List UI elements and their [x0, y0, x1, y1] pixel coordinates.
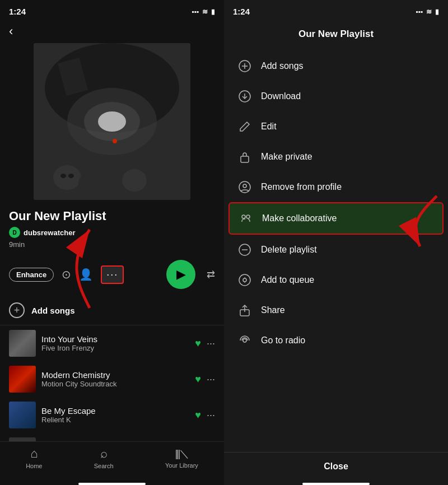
download-menu-icon: [237, 89, 252, 104]
track-item[interactable]: Be My Escape Relient K ♥ ···: [0, 397, 224, 433]
menu-item-make-private[interactable]: Make private: [224, 142, 448, 172]
nav-search[interactable]: ⌕ Search: [94, 446, 114, 469]
add-to-queue-icon: [237, 273, 252, 287]
track-item[interactable]: Into Your Veins Five Iron Frenzy ♥ ···: [0, 325, 224, 361]
status-bar-right: 1:24 ▪▪▪ ≋ ▮: [224, 0, 448, 20]
heart-icon[interactable]: ♥: [195, 338, 201, 349]
library-icon: |||＼: [175, 447, 188, 460]
home-indicator: [78, 483, 146, 485]
menu-item-download[interactable]: Download: [224, 81, 448, 111]
menu-item-make-collaborative[interactable]: Make collaborative: [228, 202, 444, 235]
status-icons-right: ▪▪▪ ≋ ▮: [416, 8, 439, 16]
svg-point-9: [147, 167, 167, 185]
add-user-button[interactable]: 👤: [79, 268, 93, 281]
album-art: [34, 43, 190, 200]
heart-icon[interactable]: ♥: [195, 409, 201, 421]
track-thumbnail: [9, 402, 36, 428]
svg-point-6: [53, 165, 81, 190]
download-button[interactable]: ⊙: [62, 268, 71, 281]
menu-item-share[interactable]: Share: [224, 295, 448, 325]
nav-library-label: Your Library: [165, 462, 198, 469]
time-right: 1:24: [233, 7, 250, 16]
track-more-icon[interactable]: ···: [207, 338, 215, 349]
track-thumbnail: [9, 366, 36, 393]
nav-library[interactable]: |||＼ Your Library: [165, 447, 198, 469]
share-label: Share: [261, 305, 285, 315]
author-name: dubsrewatcher: [24, 228, 75, 237]
make-private-icon: [237, 150, 252, 164]
track-name: Into Your Veins: [41, 334, 189, 344]
play-button[interactable]: ▶: [166, 260, 195, 289]
controls-left: Enhance ⊙ 👤 ···: [9, 265, 124, 284]
download-menu-label: Download: [261, 91, 301, 101]
left-panel: 1:24 ▪▪▪ ≋ ▮ ‹: [0, 0, 224, 485]
track-info: Be My Escape Relient K: [41, 406, 189, 424]
playlist-author-row: D dubsrewatcher: [9, 227, 215, 238]
svg-point-24: [242, 215, 245, 218]
track-item[interactable]: Modern Chemistry Motion City Soundtrack …: [0, 361, 224, 397]
menu-item-go-to-radio[interactable]: Go to radio: [224, 325, 448, 356]
more-options-button[interactable]: ···: [101, 265, 124, 284]
time-left: 1:24: [9, 7, 26, 16]
menu-item-add-songs[interactable]: Add songs: [224, 51, 448, 81]
status-icons-left: ▪▪▪ ≋ ▮: [192, 8, 215, 16]
make-collab-icon: [239, 211, 253, 226]
edit-menu-icon: [237, 119, 252, 134]
heart-icon[interactable]: ♥: [195, 374, 201, 385]
home-icon: ⌂: [30, 446, 38, 461]
svg-point-14: [113, 139, 117, 143]
track-item[interactable]: ♪ New Years Eve Five Iron Frenzy ⊞ ▶: [0, 433, 224, 441]
back-icon: ‹: [9, 24, 13, 38]
svg-point-11: [68, 174, 74, 178]
add-songs-row[interactable]: + Add songs: [0, 296, 224, 325]
add-songs-label: Add songs: [31, 306, 75, 315]
track-more-icon[interactable]: ···: [207, 374, 215, 385]
playlist-info: Our New Playlist D dubsrewatcher 9min: [0, 209, 224, 260]
nav-search-label: Search: [94, 463, 114, 469]
menu-item-remove-from-profile[interactable]: Remove from profile: [224, 172, 448, 202]
svg-point-25: [246, 215, 250, 218]
menu-item-add-to-queue[interactable]: Add to queue: [224, 265, 448, 295]
right-panel: 1:24 ▪▪▪ ≋ ▮ Our New Playlist Add songs: [224, 0, 448, 485]
menu-item-edit[interactable]: Edit: [224, 111, 448, 142]
svg-point-8: [122, 169, 147, 192]
nav-home[interactable]: ⌂ Home: [26, 446, 42, 469]
add-songs-menu-label: Add songs: [261, 61, 304, 71]
track-thumbnail: ♪: [9, 437, 36, 441]
menu-item-delete-playlist[interactable]: Delete playlist: [224, 235, 448, 265]
remove-profile-icon: [237, 180, 252, 194]
svg-point-29: [243, 278, 246, 282]
radio-label: Go to radio: [261, 335, 305, 346]
add-songs-menu-icon: [237, 59, 252, 73]
track-name: Modern Chemistry: [41, 370, 189, 380]
playlist-duration: 9min: [9, 240, 215, 249]
make-collab-label: Make collaborative: [262, 213, 337, 223]
shuffle-button[interactable]: ⇄: [207, 268, 215, 281]
status-bar-left: 1:24 ▪▪▪ ≋ ▮: [0, 0, 224, 20]
remove-profile-label: Remove from profile: [261, 182, 342, 192]
delete-playlist-label: Delete playlist: [261, 245, 317, 255]
track-more-icon[interactable]: ···: [207, 409, 215, 421]
add-to-queue-label: Add to queue: [261, 275, 314, 285]
svg-rect-21: [241, 156, 249, 162]
add-songs-icon: +: [9, 302, 25, 318]
signal-icon: ▪▪▪: [192, 8, 199, 16]
make-private-label: Make private: [261, 152, 312, 162]
track-thumbnail: [9, 330, 36, 357]
svg-point-7: [78, 173, 101, 193]
enhance-button[interactable]: Enhance: [9, 268, 54, 282]
track-actions: ♥ ···: [195, 338, 215, 349]
menu-list: Add songs Download Edit: [224, 51, 448, 452]
close-button[interactable]: Close: [224, 452, 448, 481]
home-indicator-right: [302, 483, 370, 485]
controls-row: Enhance ⊙ 👤 ··· ▶ ⇄: [0, 260, 224, 296]
playlist-title: Our New Playlist: [9, 209, 215, 223]
edit-menu-label: Edit: [261, 122, 277, 132]
battery-icon-right: ▮: [435, 8, 439, 16]
track-artist: Motion City Soundtrack: [41, 380, 189, 388]
svg-point-33: [243, 339, 246, 342]
track-actions: ♥ ···: [195, 409, 215, 421]
back-button[interactable]: ‹: [0, 20, 224, 43]
wifi-icon-right: ≋: [426, 8, 432, 16]
nav-home-label: Home: [26, 463, 42, 469]
